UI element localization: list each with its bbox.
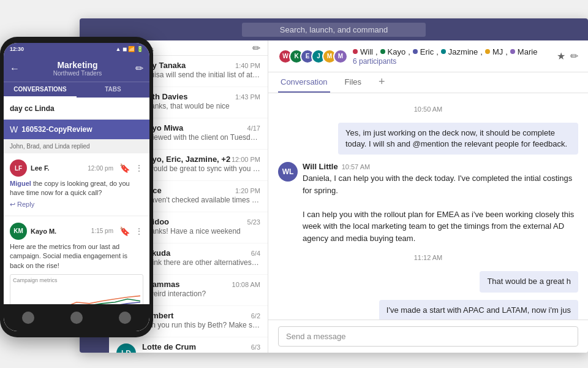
message-input[interactable]: Send a message: [278, 326, 578, 347]
contact-time: 6/3: [251, 343, 260, 351]
contact-info: Price 1:20 PM I haven't checked availabl…: [142, 186, 260, 204]
phone-msg-text-kayo: Here are the metrics from our last ad ca…: [10, 242, 143, 270]
phone-bottom-nav: [4, 304, 149, 331]
contact-preview: Louisa will send the initial list of att…: [142, 71, 260, 79]
phone-body[interactable]: day cc Linda W 160532-CopyReview John, B…: [4, 98, 149, 304]
edit-icon[interactable]: ✏: [570, 50, 578, 62]
contact-preview: I haven't checked available times yet: [142, 196, 260, 204]
phone-message-kayo[interactable]: KM Kayo M. 1:15 pm 🔖 ⋮ Here are the metr…: [4, 217, 149, 304]
message-row: WL Will Little 10:57 AM Daniela, I can h…: [278, 162, 578, 244]
participant-name: MJ: [492, 47, 503, 56]
add-tab-button[interactable]: +: [376, 72, 388, 93]
bookmark-icon-kayo: 🔖: [119, 226, 130, 236]
phone-selected-item[interactable]: W 160532-CopyReview: [4, 120, 149, 139]
contact-name-row: Beth Davies 1:43 PM: [142, 92, 260, 101]
message-sender-name: Will Little: [303, 162, 338, 171]
contact-time: 1:40 PM: [235, 62, 260, 69]
participant-separator: ,: [375, 47, 378, 56]
phone-recents-icon[interactable]: [119, 312, 131, 324]
chat-header-info: Will,Kayo,Eric,Jazmine,MJ,Marie 6 partic…: [353, 47, 557, 66]
more-icon-kayo[interactable]: ⋮: [135, 226, 143, 236]
phone-device: 12:30 ▲ ◼ 📶 🔋 ← Marketing Northwed Trade…: [0, 37, 153, 337]
contact-info: Lotte de Crum 6/3 I'll set up a brainsto…: [142, 342, 260, 353]
contact-preview: Can you run this by Beth? Make sure she …: [142, 321, 260, 329]
contact-preview: Thanks, that would be nice: [142, 102, 260, 110]
message-sender-row: Will Little 10:57 AM: [303, 162, 578, 171]
word-icon: W: [10, 125, 18, 134]
phone-title: Marketing: [53, 60, 102, 70]
phone-conv-day-title: day cc Linda: [10, 104, 55, 113]
participant-separator: ,: [436, 47, 439, 56]
participant-separator: ,: [505, 47, 508, 56]
new-chat-icon[interactable]: ✏: [252, 42, 260, 54]
phone-msg-header-lee: LF Lee F. 12:00 pm 🔖 ⋮: [10, 159, 143, 177]
tab-conversation[interactable]: Conversation: [278, 72, 330, 93]
phone-chart-title: Campaign metrics: [13, 277, 140, 283]
contact-name-row: Shammas 10:08 AM: [142, 280, 260, 289]
contact-time: 4/17: [247, 125, 260, 132]
contact-time: 1:43 PM: [235, 93, 260, 101]
more-icon[interactable]: ⋮: [135, 163, 143, 173]
contact-info: Shammas 10:08 AM a weird interaction?: [142, 280, 260, 298]
participant-name: Jazmine: [448, 47, 478, 56]
contact-name-row: Kayo, Eric, Jazmine, +2 12:00 PM: [142, 155, 260, 164]
phone-subtitle: Northwed Traders: [53, 70, 102, 77]
phone-msg-header-kayo: KM Kayo M. 1:15 pm 🔖 ⋮: [10, 223, 143, 240]
phone-tab-tabs[interactable]: TABS: [77, 82, 149, 98]
contact-name-row: Lambert 6/2: [142, 311, 260, 320]
search-bar[interactable]: Search, launch, and command: [242, 23, 426, 37]
back-icon[interactable]: ←: [10, 63, 20, 74]
participant-name: Eric: [420, 47, 434, 56]
contact-name-row: Ray Tanaka 1:40 PM: [142, 61, 260, 70]
contact-info: Fukuda 6/4 I think there are other alter…: [142, 248, 260, 267]
message-bubble-right: That would be a great h: [480, 271, 578, 292]
contact-info: Kayo, Eric, Jazmine, +2 12:00 PM It woul…: [142, 155, 260, 173]
phone-message-lee[interactable]: LF Lee F. 12:00 pm 🔖 ⋮ Miguel the copy i…: [4, 153, 149, 215]
phone-sender-kayo: Kayo M.: [31, 228, 56, 235]
phone-tabs: CONVERSATIONS TABS: [4, 82, 149, 98]
contact-name-row: Naidoo 5/23: [142, 217, 260, 226]
participant-dot: [353, 49, 358, 54]
window-body: 2 🔔 Activity 1 💬 Chat 1 👥 Teams Favorite…: [80, 40, 588, 353]
contact-item[interactable]: LD Lotte de Crum 6/3 I'll set up a brain…: [109, 337, 268, 353]
message-bubble-right: I've made a start with APAC and LATAM, n…: [379, 300, 578, 320]
participant-separator: ,: [408, 47, 410, 56]
phone-chart-svg: [13, 287, 140, 304]
message-text: Daniela, I can help you with the deck to…: [303, 172, 578, 244]
chat-main: WKEJMM Will,Kayo,Eric,Jazmine,MJ,Marie 6…: [268, 40, 588, 353]
message-time: 10:57 AM: [342, 163, 370, 171]
teams-desktop-window: Search, launch, and command 2 🔔 Activity…: [80, 18, 588, 353]
phone-compose-icon[interactable]: ✏: [135, 63, 143, 74]
star-icon[interactable]: ★: [557, 50, 565, 62]
contact-name-row: Kayo Miwa 4/17: [142, 123, 260, 132]
phone-reply-link[interactable]: ↩ Reply: [10, 201, 34, 209]
phone-avatar-lee: LF: [10, 159, 27, 177]
phone-header: ← Marketing Northwed Traders ✏: [4, 55, 149, 82]
phone-back-circle-icon[interactable]: [70, 312, 83, 324]
chat-header-names: Will,Kayo,Eric,Jazmine,MJ,Marie: [353, 47, 557, 56]
contact-preview: I'll set up a brainstorm session for tom…: [142, 352, 260, 353]
phone-home-icon[interactable]: [22, 312, 34, 324]
phone-time: 12:30: [10, 46, 24, 52]
phone-msg-text-lee: Miguel the copy is looking great, do you…: [10, 179, 143, 198]
participant-name: Will: [360, 47, 373, 56]
phone-tab-conversations[interactable]: CONVERSATIONS: [4, 82, 77, 98]
contact-info: Kayo Miwa 4/17 reviewed with the client …: [142, 123, 260, 142]
contact-name-row: Fukuda 6/4: [142, 248, 260, 258]
messages-area[interactable]: 10:50 AMYes, im just working on the deck…: [268, 93, 588, 320]
message-timestamp: 11:12 AM: [278, 254, 578, 261]
tab-files[interactable]: Files: [342, 72, 364, 93]
contact-info: Naidoo 5/23 Thanks! Have a nice weekend: [142, 217, 260, 236]
phone-chart-container: Campaign metrics: [10, 274, 143, 304]
phone-conv-day[interactable]: day cc Linda: [4, 98, 149, 118]
message-avatar: WL: [278, 162, 298, 182]
bookmark-icon: 🔖: [119, 163, 130, 173]
phone-sender-lee: Lee F.: [31, 164, 50, 172]
window-titlebar: Search, launch, and command: [80, 18, 588, 40]
contact-time: 5/23: [247, 218, 260, 226]
message-timestamp: 10:50 AM: [278, 105, 578, 113]
message-input-area: Send a message: [268, 320, 588, 353]
phone-time-lee: 12:00 pm: [88, 165, 113, 172]
phone-time-kayo: 1:15 pm: [91, 228, 113, 234]
chat-avatars: WKEJMM: [278, 49, 348, 64]
